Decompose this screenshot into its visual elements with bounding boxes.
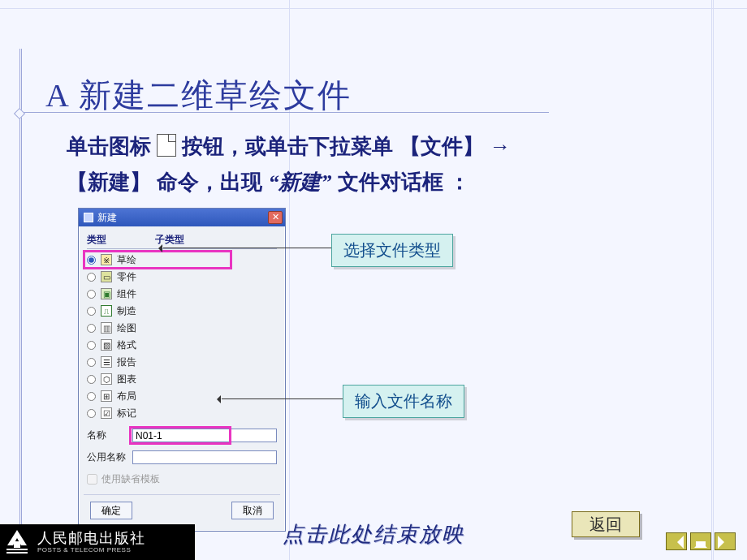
name-label: 名称 (87, 429, 127, 442)
svg-rect-1 (6, 552, 28, 554)
type-label: 零件 (117, 270, 136, 284)
arrow-to-name (222, 398, 343, 399)
type-row-part[interactable]: ▭ 零件 (87, 269, 277, 284)
home-icon[interactable] (690, 532, 711, 550)
publisher-strip: 人民邮电出版社 POSTS & TELECOM PRESS (0, 524, 195, 560)
type-label: 图表 (117, 373, 136, 386)
type-row-sketch[interactable]: ※ 草绘 (87, 252, 277, 267)
type-row-format[interactable]: ▧ 格式 (87, 338, 277, 352)
back-button[interactable]: 返回 (572, 511, 640, 537)
dialog-title: 新建 (97, 212, 117, 223)
menu-new: 【新建】 (67, 170, 151, 194)
type-label: 格式 (117, 338, 136, 352)
quote-open: “ (268, 170, 279, 194)
radio-chart[interactable] (87, 375, 96, 384)
dialog-icon (84, 213, 93, 222)
arrow-to-type (163, 248, 331, 248)
type-row-manufacture[interactable]: ⎍ 制造 (87, 304, 277, 318)
radio-layout[interactable] (87, 392, 96, 401)
radio-mark[interactable] (87, 409, 96, 418)
report-icon: ☰ (101, 356, 112, 368)
intro-part2: 按钮，或单击下拉菜单 (182, 134, 393, 158)
type-row-drawing[interactable]: ▥ 绘图 (87, 321, 277, 335)
manufacture-icon: ⎍ (101, 305, 112, 317)
callout-enter-name: 输入文件名称 (343, 385, 464, 418)
intro-part1: 单击图标 (67, 134, 157, 158)
type-list: ※ 草绘 ▭ 零件 ▣ 组件 ⎍ 制造 ▥ 绘图 (87, 252, 277, 420)
callout-select-type: 选择文件类型 (331, 234, 453, 267)
type-row-layout[interactable]: ⊞ 布局 (87, 389, 277, 403)
type-label: 标记 (117, 407, 136, 420)
cancel-button[interactable]: 取消 (231, 502, 274, 519)
ok-button[interactable]: 确定 (90, 502, 132, 519)
type-label: 布局 (117, 390, 136, 403)
sketch-icon: ※ (101, 254, 112, 265)
intro-part4: 文件对话框 ： (338, 170, 470, 194)
close-button[interactable]: ✕ (268, 211, 283, 224)
group-label-type: 类型 (87, 233, 106, 247)
name-field-row: 名称 (87, 429, 277, 442)
nav-icons (666, 532, 736, 550)
radio-part[interactable] (87, 273, 96, 282)
publisher-en: POSTS & TELECOM PRESS (37, 547, 145, 554)
type-label: 绘图 (117, 321, 136, 335)
mark-icon: ☑ (101, 407, 112, 419)
new-file-dialog: 新建 ✕ 类型 子类型 ※ 草绘 ▭ 零件 ▣ 组件 (78, 208, 286, 532)
type-row-assembly[interactable]: ▣ 组件 (87, 286, 277, 301)
svg-rect-0 (6, 549, 28, 550)
svg-rect-2 (14, 541, 20, 548)
next-slide-icon[interactable] (715, 532, 736, 550)
prev-slide-icon[interactable] (666, 532, 687, 550)
type-label: 草绘 (117, 253, 136, 267)
format-icon: ▧ (101, 339, 112, 351)
type-label: 报告 (117, 355, 136, 369)
common-name-field-row: 公用名称 (87, 450, 277, 464)
layout-icon: ⊞ (101, 390, 112, 402)
menu-file: 【文件】 (399, 134, 484, 158)
intro-emphasis: 新建 (279, 170, 321, 194)
intro-part3: 命令，出现 (157, 170, 262, 194)
drawing-icon: ▥ (101, 322, 112, 334)
default-template-row[interactable]: 使用缺省模板 (87, 472, 277, 486)
assembly-icon: ▣ (101, 288, 112, 299)
radio-format[interactable] (87, 341, 96, 350)
dialog-titlebar[interactable]: 新建 ✕ (79, 209, 285, 226)
end-slideshow-link[interactable]: 点击此处结束放映 (283, 520, 464, 549)
common-name-input[interactable] (132, 450, 277, 464)
arrow-glyph: → (490, 134, 511, 158)
intro-text: 单击图标 按钮，或单击下拉菜单 【文件】 → 【新建】 命令，出现 “新建” 文… (67, 128, 651, 200)
type-row-report[interactable]: ☰ 报告 (87, 355, 277, 369)
common-name-label: 公用名称 (87, 450, 127, 464)
type-label: 组件 (117, 287, 136, 301)
type-row-mark[interactable]: ☑ 标记 (87, 406, 277, 420)
quote-close: ” (321, 170, 331, 194)
part-icon: ▭ (101, 271, 112, 282)
publisher-cn: 人民邮电出版社 (37, 531, 145, 547)
type-label: 制造 (117, 304, 136, 318)
radio-assembly[interactable] (87, 290, 96, 299)
radio-manufacture[interactable] (87, 307, 96, 316)
default-template-label: 使用缺省模板 (101, 472, 160, 486)
radio-drawing[interactable] (87, 324, 96, 333)
radio-sketch[interactable] (87, 256, 96, 265)
name-input[interactable] (132, 429, 277, 442)
default-template-checkbox[interactable] (87, 474, 97, 485)
page-title: A 新建二维草绘文件 (45, 73, 352, 118)
new-file-icon (157, 134, 176, 157)
radio-report[interactable] (87, 358, 96, 367)
type-row-chart[interactable]: ⬡ 图表 (87, 372, 277, 386)
chart-icon: ⬡ (101, 373, 112, 385)
publisher-logo-icon (2, 527, 32, 558)
